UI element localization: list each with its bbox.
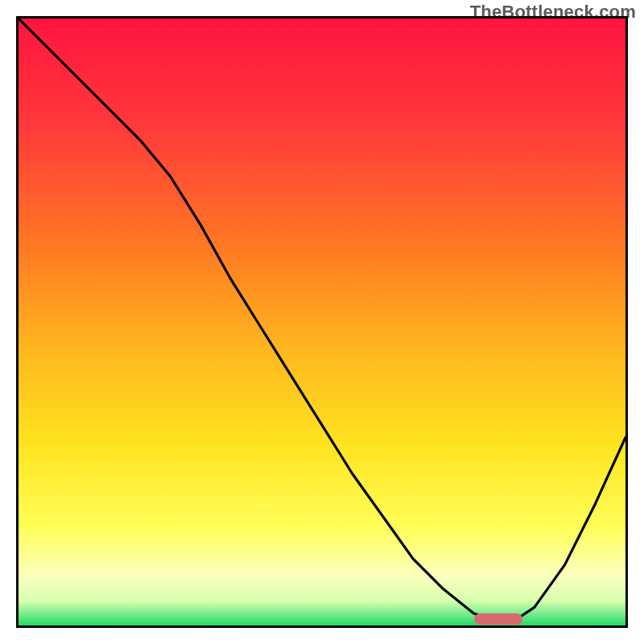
bottleneck-curve xyxy=(19,19,625,625)
chart-container: TheBottleneck.com xyxy=(0,0,644,644)
plot-area xyxy=(16,16,628,628)
optimum-marker xyxy=(474,613,522,625)
